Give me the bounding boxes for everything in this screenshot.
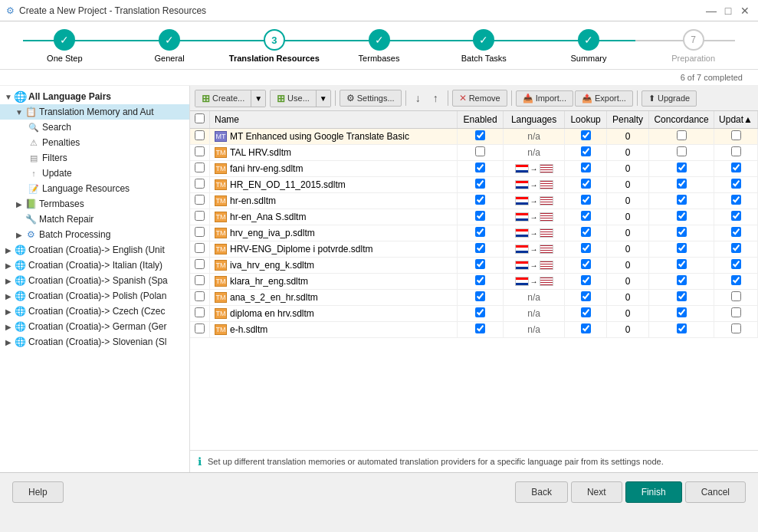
step-termbases[interactable]: ✓ Termbases [326,29,432,63]
row-checkbox[interactable] [195,259,205,269]
row-concordance-checkbox[interactable] [677,243,687,253]
row-lookup-checkbox[interactable] [581,130,591,140]
row-checkbox[interactable] [195,307,205,317]
sidebar-item-hr-spa[interactable]: ▶ 🌐 Croatian (Croatia)-> Spanish (Spa [0,273,189,288]
sidebar-item-filters[interactable]: ▤ Filters [0,150,189,166]
row-enabled-checkbox[interactable] [475,163,485,172]
row-lookup-checkbox[interactable] [581,275,591,285]
row-update-checkbox[interactable] [731,243,741,253]
row-update-checkbox[interactable] [731,307,741,317]
row-checkbox[interactable] [195,130,205,140]
create-button[interactable]: ⊞ Create... [195,90,251,107]
row-enabled-checkbox[interactable] [475,307,485,317]
sidebar-item-match-repair[interactable]: ▶ 🔧 Match Repair [0,212,189,227]
sidebar-item-penalties[interactable]: ⚠ Penalties [0,135,189,150]
row-update-checkbox[interactable] [731,275,741,285]
row-update-checkbox[interactable] [731,146,741,156]
sidebar-item-hr-it[interactable]: ▶ 🌐 Croatian (Croatia)-> Italian (Italy) [0,258,189,273]
row-concordance-checkbox[interactable] [677,163,687,172]
minimize-button[interactable]: — [704,4,718,18]
row-checkbox[interactable] [195,195,205,205]
row-lookup-checkbox[interactable] [581,243,591,253]
select-all-checkbox[interactable] [195,113,205,123]
sidebar-item-language-resources[interactable]: 📝 Language Resources [0,181,189,196]
row-enabled-checkbox[interactable] [475,195,485,205]
use-button[interactable]: ⊞ Use... [271,90,317,107]
close-button[interactable]: ✕ [738,4,752,18]
row-update-checkbox[interactable] [731,211,741,221]
row-concordance-checkbox[interactable] [677,259,687,269]
sidebar-item-tm-and-aut[interactable]: ▼ 📋 Translation Memory and Aut [0,104,189,120]
row-lookup-checkbox[interactable] [581,211,591,221]
sidebar-item-hr-slo[interactable]: ▶ 🌐 Croatian (Croatia)-> Slovenian (Sl [0,334,189,350]
step-summary[interactable]: ✓ Summary [537,29,642,63]
row-concordance-checkbox[interactable] [677,291,687,301]
row-checkbox[interactable] [195,163,205,172]
back-button[interactable]: Back [515,481,568,503]
row-update-checkbox[interactable] [731,323,741,333]
row-update-checkbox[interactable] [731,130,741,140]
row-lookup-checkbox[interactable] [581,307,591,317]
row-lookup-checkbox[interactable] [581,323,591,333]
row-enabled-checkbox[interactable] [475,259,485,269]
row-enabled-checkbox[interactable] [475,323,485,333]
row-lookup-checkbox[interactable] [581,227,591,237]
row-enabled-checkbox[interactable] [475,243,485,253]
step-preparation[interactable]: 7 Preparation [641,29,746,63]
row-enabled-checkbox[interactable] [475,291,485,301]
sidebar-item-termbases[interactable]: ▶ 📗 Termbases [0,196,189,212]
settings-button[interactable]: ⚙ Settings... [340,90,402,107]
sidebar-item-update[interactable]: ↑ Update [0,166,189,181]
upgrade-button[interactable]: ⬆ Upgrade [642,90,697,107]
row-update-checkbox[interactable] [731,259,741,269]
row-checkbox[interactable] [195,291,205,301]
step-general[interactable]: ✓ General [117,29,222,63]
move-down-button[interactable]: ↓ [410,89,426,107]
row-update-checkbox[interactable] [731,291,741,301]
row-enabled-checkbox[interactable] [475,227,485,237]
create-dropdown-arrow[interactable]: ▼ [251,90,265,107]
help-button[interactable]: Help [12,481,64,503]
row-concordance-checkbox[interactable] [677,275,687,285]
row-checkbox[interactable] [195,227,205,237]
row-concordance-checkbox[interactable] [677,227,687,237]
cancel-button[interactable]: Cancel [685,481,746,503]
sidebar-item-hr-en[interactable]: ▶ 🌐 Croatian (Croatia)-> English (Unit [0,242,189,258]
row-checkbox[interactable] [195,179,205,189]
row-update-checkbox[interactable] [731,195,741,205]
row-concordance-checkbox[interactable] [677,179,687,189]
row-lookup-checkbox[interactable] [581,163,591,172]
row-checkbox[interactable] [195,146,205,156]
row-enabled-checkbox[interactable] [475,275,485,285]
row-lookup-checkbox[interactable] [581,291,591,301]
row-enabled-checkbox[interactable] [475,130,485,140]
row-concordance-checkbox[interactable] [677,130,687,140]
step-one-step[interactable]: ✓ One Step [12,29,117,63]
import-button[interactable]: 📥 Import... [516,90,573,107]
row-lookup-checkbox[interactable] [581,259,591,269]
row-checkbox[interactable] [195,275,205,285]
next-button[interactable]: Next [571,481,622,503]
step-batch-tasks[interactable]: ✓ Batch Tasks [432,29,537,63]
maximize-button[interactable]: □ [721,4,735,18]
row-update-checkbox[interactable] [731,179,741,189]
sidebar-item-hr-cze[interactable]: ▶ 🌐 Croatian (Croatia)-> Czech (Czec [0,304,189,319]
row-update-checkbox[interactable] [731,163,741,172]
row-checkbox[interactable] [195,323,205,333]
use-dropdown-arrow[interactable]: ▼ [317,90,330,107]
row-lookup-checkbox[interactable] [581,146,591,156]
export-button[interactable]: 📤 Export... [575,90,633,107]
remove-button[interactable]: ✕ Remove [452,90,507,107]
sidebar-item-batch-processing[interactable]: ▶ ⚙ Batch Processing [0,227,189,242]
finish-button[interactable]: Finish [625,481,682,503]
row-concordance-checkbox[interactable] [677,323,687,333]
row-lookup-checkbox[interactable] [581,179,591,189]
row-enabled-checkbox[interactable] [475,211,485,221]
row-concordance-checkbox[interactable] [677,211,687,221]
row-enabled-checkbox[interactable] [475,179,485,189]
row-enabled-checkbox[interactable] [475,146,485,156]
move-up-button[interactable]: ↑ [428,89,444,107]
row-checkbox[interactable] [195,211,205,221]
sidebar-item-hr-pol[interactable]: ▶ 🌐 Croatian (Croatia)-> Polish (Polan [0,288,189,304]
row-checkbox[interactable] [195,243,205,253]
